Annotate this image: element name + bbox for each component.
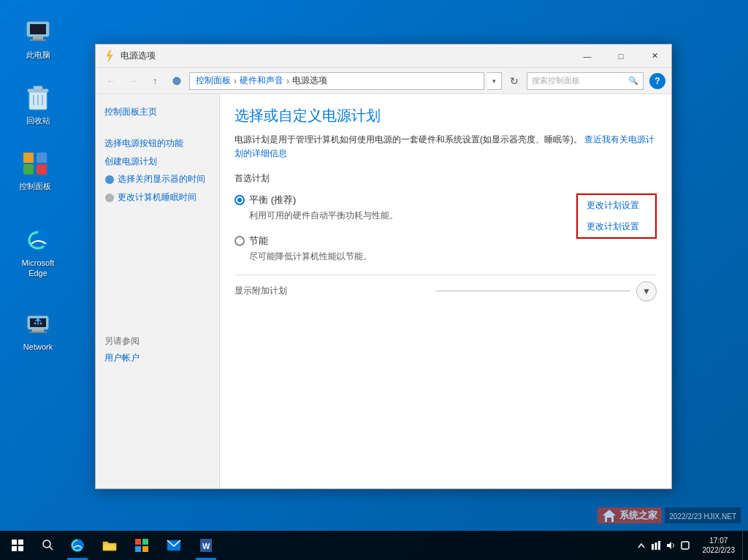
show-desktop-button[interactable] <box>742 531 748 560</box>
search-icon: 🔍 <box>628 76 638 85</box>
taskbar-store-button[interactable] <box>126 531 158 560</box>
display-icon <box>104 174 115 185</box>
control-panel-label: 控制面板 <box>19 181 51 191</box>
notification-icon[interactable] <box>679 540 691 551</box>
desktop: 此电脑 回收站 控制面板 <box>0 0 748 560</box>
expand-plans-button[interactable]: ▼ <box>636 281 657 302</box>
sidebar-main-link[interactable]: 控制面板主页 <box>104 106 210 118</box>
preferred-plans-label: 首选计划 <box>234 172 657 185</box>
change-plan-link-balanced[interactable]: 更改计划设置 <box>587 199 646 212</box>
path-segment-2: 硬件和声音 <box>240 74 283 87</box>
svg-rect-1 <box>30 24 46 34</box>
svg-marker-42 <box>667 542 671 549</box>
start-button[interactable] <box>0 531 35 560</box>
taskbar-clock[interactable]: 17:07 2022/2/23 <box>695 531 743 560</box>
windows-logo-icon <box>12 540 23 551</box>
this-pc-icon <box>23 18 53 47</box>
taskbar-edge-button[interactable] <box>61 531 94 560</box>
svg-point-23 <box>40 323 42 325</box>
additional-plans: 显示附加计划 ▼ <box>234 275 657 302</box>
folder-taskbar-icon <box>102 539 117 552</box>
taskbar-word-button[interactable]: W <box>190 531 222 560</box>
help-button[interactable]: ? <box>649 73 665 89</box>
plans-container: 更改计划设置 更改计划设置 平衡 (推荐) 利用可用的硬件自动平衡功耗与性能。 <box>234 193 657 263</box>
chevron-up-icon[interactable] <box>636 540 647 551</box>
svg-marker-44 <box>603 510 616 515</box>
desktop-icon-network[interactable]: Network <box>10 307 66 355</box>
desktop-icon-edge[interactable]: Microsoft Edge <box>10 223 66 282</box>
close-button[interactable]: ✕ <box>638 45 671 68</box>
search-icon <box>42 540 54 551</box>
recent-button[interactable] <box>167 72 186 91</box>
desktop-icon-this-pc[interactable]: 此电脑 <box>10 15 66 63</box>
volume-tray-icon[interactable] <box>665 540 676 551</box>
network-tray-icon[interactable] <box>650 540 662 551</box>
taskbar-search-button[interactable] <box>35 531 61 560</box>
path-dropdown[interactable]: ▾ <box>487 72 502 90</box>
sidebar-link-sleep-time[interactable]: 更改计算机睡眠时间 <box>118 191 196 204</box>
desktop-icon-control-panel[interactable]: 控制面板 <box>7 146 63 194</box>
svg-rect-43 <box>682 542 689 549</box>
sleep-icon <box>104 193 115 203</box>
systray-area <box>631 531 695 560</box>
address-bar: ← → ↑ 控制面板 › 硬件和声音 › 电源选项 ▾ ↻ 搜索控制面板 🔍 ? <box>96 68 671 94</box>
minimize-button[interactable]: ― <box>570 45 604 68</box>
title-bar-icon <box>102 49 116 64</box>
maximize-button[interactable]: □ <box>604 45 638 68</box>
control-panel-icon <box>20 149 50 178</box>
balanced-radio[interactable] <box>234 195 245 205</box>
address-path[interactable]: 控制面板 › 硬件和声音 › 电源选项 <box>189 72 484 90</box>
recycle-bin-icon <box>23 83 53 112</box>
saver-radio[interactable] <box>234 236 245 246</box>
watermark-sub: 2022/2/23 HJIX.NET <box>665 507 741 523</box>
svg-point-21 <box>37 318 39 321</box>
edge-taskbar-icon <box>70 538 85 553</box>
change-plan-link-saver[interactable]: 更改计划设置 <box>587 220 646 233</box>
sidebar-link-create-plan[interactable]: 创建电源计划 <box>104 156 210 168</box>
taskbar-explorer-button[interactable] <box>94 531 126 560</box>
svg-rect-34 <box>135 546 141 552</box>
svg-line-29 <box>50 547 53 550</box>
taskbar-mail-button[interactable] <box>158 531 190 560</box>
svg-rect-2 <box>33 37 43 39</box>
store-taskbar-icon <box>134 538 149 553</box>
page-description: 电源计划是用于管理计算机如何使用电源的一套硬件和系统设置(如显示器亮度、睡眠等)… <box>234 133 657 161</box>
saver-plan-name: 节能 <box>249 234 268 248</box>
forward-button[interactable]: → <box>123 72 142 91</box>
additional-plans-label: 显示附加计划 <box>234 285 430 297</box>
page-title: 选择或自定义电源计划 <box>234 106 657 126</box>
network-label: Network <box>23 342 53 352</box>
taskbar: W 17:07 2022/2/2 <box>0 531 748 560</box>
svg-rect-32 <box>135 539 141 545</box>
svg-rect-6 <box>34 86 42 90</box>
sidebar-link-display-time[interactable]: 选择关闭显示器的时间 <box>118 173 205 185</box>
sidebar-link-power-button[interactable]: 选择电源按钮的功能 <box>104 137 210 150</box>
watermark: 系统之家 2022/2/23 HJIX.NET <box>598 507 741 523</box>
svg-marker-24 <box>107 50 112 62</box>
sidebar: 控制面板主页 选择电源按钮的功能 创建电源计划 选择关闭显示器的时间 更改计算机… <box>96 94 220 488</box>
up-button[interactable]: ↑ <box>145 72 164 91</box>
watermark-date: 2022/2/23 HJIX.NET <box>669 513 736 521</box>
balanced-plan-name: 平衡 (推荐) <box>249 193 296 207</box>
mail-taskbar-icon <box>167 540 181 551</box>
svg-rect-11 <box>37 153 47 163</box>
desktop-icon-recycle-bin[interactable]: 回收站 <box>10 80 66 129</box>
path-segment-3: 电源选项 <box>292 74 327 87</box>
svg-point-22 <box>34 323 37 325</box>
svg-rect-33 <box>142 539 148 545</box>
plan-actions-box: 更改计划设置 更改计划设置 <box>576 193 657 239</box>
main-content: 选择或自定义电源计划 电源计划是用于管理计算机如何使用电源的一套硬件和系统设置(… <box>220 94 671 488</box>
back-button[interactable]: ← <box>102 72 121 91</box>
search-box[interactable]: 搜索控制面板 🔍 <box>527 72 644 90</box>
svg-rect-35 <box>142 546 148 552</box>
refresh-button[interactable]: ↻ <box>505 72 524 91</box>
svg-rect-12 <box>23 164 34 174</box>
svg-point-27 <box>105 193 114 202</box>
sidebar-see-also-user-accounts[interactable]: 用户帐户 <box>104 352 210 364</box>
svg-rect-46 <box>607 518 611 522</box>
svg-text:W: W <box>202 542 210 551</box>
window-title: 电源选项 <box>121 50 570 62</box>
power-options-window: 电源选项 ― □ ✕ ← → ↑ 控制面板 › 硬件和声音 › 电源选项 <box>95 44 672 489</box>
svg-point-28 <box>43 540 50 548</box>
search-placeholder: 搜索控制面板 <box>532 75 628 86</box>
